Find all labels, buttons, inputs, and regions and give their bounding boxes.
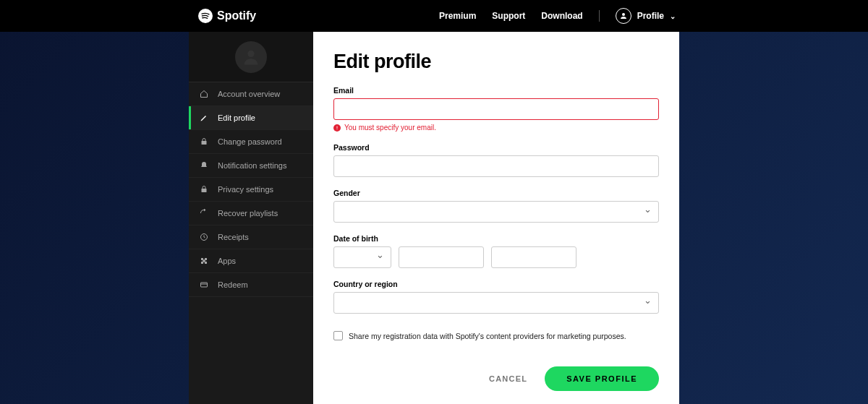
cancel-button[interactable]: CANCEL bbox=[489, 374, 527, 383]
chevron-down-icon: ⌄ bbox=[670, 12, 676, 20]
refresh-icon bbox=[199, 209, 209, 218]
brand-logo[interactable]: Spotify bbox=[198, 9, 256, 23]
sidebar-avatar bbox=[189, 32, 313, 82]
bell-icon bbox=[199, 161, 209, 170]
nav-divider bbox=[599, 10, 600, 22]
sidebar-item-apps[interactable]: Apps bbox=[189, 249, 313, 273]
dob-label: Date of birth bbox=[333, 234, 659, 243]
gender-label: Gender bbox=[333, 189, 659, 197]
sidebar-item-label: Edit profile bbox=[218, 113, 255, 122]
nav-premium[interactable]: Premium bbox=[439, 11, 476, 21]
sidebar-item-label: Notification settings bbox=[218, 161, 286, 170]
dob-year-field[interactable] bbox=[491, 246, 576, 268]
sidebar-item-label: Redeem bbox=[218, 280, 248, 289]
main-content: Edit profile Email You must specify your… bbox=[313, 32, 679, 404]
sidebar-item-privacy-settings[interactable]: Privacy settings bbox=[189, 178, 313, 202]
svg-rect-9 bbox=[337, 126, 338, 128]
card-icon bbox=[199, 280, 209, 289]
save-button[interactable]: SAVE PROFILE bbox=[545, 366, 659, 391]
sidebar-item-account-overview[interactable]: Account overview bbox=[189, 82, 313, 106]
sidebar-item-receipts[interactable]: Receipts bbox=[189, 225, 313, 249]
country-label: Country or region bbox=[333, 280, 659, 288]
gender-select[interactable] bbox=[333, 201, 659, 223]
profile-menu-button[interactable]: Profile ⌄ bbox=[616, 8, 676, 24]
dob-month-select[interactable] bbox=[333, 246, 391, 268]
home-icon bbox=[199, 90, 209, 98]
user-icon bbox=[616, 8, 631, 24]
svg-rect-6 bbox=[201, 283, 208, 287]
svg-point-2 bbox=[247, 50, 254, 56]
marketing-label: Share my registration data with Spotify'… bbox=[349, 332, 626, 340]
spotify-icon bbox=[198, 9, 213, 23]
svg-rect-10 bbox=[337, 129, 338, 129]
nav-download[interactable]: Download bbox=[541, 11, 582, 21]
sidebar-item-recover-playlists[interactable]: Recover playlists bbox=[189, 202, 313, 225]
sidebar-item-label: Privacy settings bbox=[218, 185, 273, 194]
sidebar-item-label: Recover playlists bbox=[218, 209, 278, 218]
sidebar-item-notification-settings[interactable]: Notification settings bbox=[189, 154, 313, 178]
clock-icon bbox=[199, 233, 209, 241]
email-error: You must specify your email. bbox=[333, 124, 659, 132]
dob-day-field[interactable] bbox=[399, 246, 484, 268]
email-label: Email bbox=[333, 86, 659, 95]
svg-rect-3 bbox=[202, 141, 207, 145]
sidebar-item-label: Apps bbox=[218, 257, 236, 265]
email-field[interactable] bbox=[333, 98, 659, 120]
sidebar-item-label: Account overview bbox=[218, 90, 280, 98]
error-icon bbox=[333, 124, 341, 132]
pencil-icon bbox=[199, 113, 209, 122]
page-title: Edit profile bbox=[333, 51, 659, 73]
password-field[interactable] bbox=[333, 155, 659, 177]
lock-icon bbox=[199, 185, 209, 194]
puzzle-icon bbox=[199, 257, 209, 265]
sidebar-item-edit-profile[interactable]: Edit profile bbox=[189, 106, 313, 130]
sidebar-item-redeem[interactable]: Redeem bbox=[189, 273, 313, 297]
sidebar-item-change-password[interactable]: Change password bbox=[189, 130, 313, 154]
sidebar-item-label: Receipts bbox=[218, 233, 249, 241]
password-label: Password bbox=[333, 143, 659, 152]
svg-point-1 bbox=[622, 13, 625, 16]
country-select[interactable] bbox=[333, 292, 659, 314]
sidebar: Account overviewEdit profileChange passw… bbox=[189, 32, 313, 404]
svg-rect-4 bbox=[202, 189, 207, 192]
profile-label: Profile bbox=[637, 11, 664, 21]
marketing-checkbox[interactable] bbox=[333, 331, 343, 340]
brand-name: Spotify bbox=[217, 9, 256, 22]
lock-icon bbox=[199, 137, 209, 146]
nav-support[interactable]: Support bbox=[492, 11, 525, 21]
sidebar-item-label: Change password bbox=[218, 137, 282, 146]
